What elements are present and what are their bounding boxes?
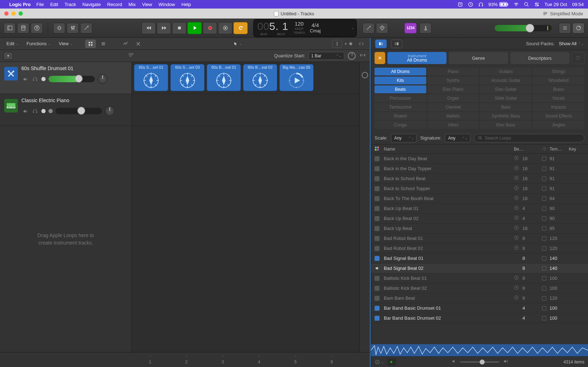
loop-favorite-checkbox[interactable] — [539, 306, 550, 310]
download-icon[interactable] — [514, 245, 522, 251]
signature-select[interactable]: Any⌃⌄ — [445, 134, 470, 142]
status-control-center-icon[interactable] — [534, 2, 540, 7]
status-search-icon[interactable] — [524, 2, 529, 7]
loop-row[interactable]: Bad Signal Beat 01 8 140 — [371, 253, 588, 263]
loop-favorite-checkbox[interactable] — [539, 266, 550, 271]
loop-favorite-checkbox[interactable] — [539, 286, 550, 290]
cell-3[interactable]: 80s B…eat 01 — [207, 64, 241, 91]
tag-strings[interactable]: Strings — [533, 68, 584, 75]
count-in-button[interactable]: 1234 — [404, 23, 417, 33]
cell-1[interactable]: 60s S…set 01 — [134, 64, 168, 91]
scene-clock-icon[interactable] — [362, 72, 368, 78]
status-headphones-icon[interactable] — [478, 2, 484, 7]
download-icon[interactable] — [514, 195, 522, 201]
mute-button-1[interactable] — [21, 76, 29, 82]
loop-favorite-checkbox[interactable] — [539, 256, 550, 261]
tag-shaker[interactable]: Shaker — [375, 112, 426, 120]
pointer-tool[interactable]: ⌄ — [230, 40, 245, 47]
status-date[interactable]: Tue 29 Oct — [545, 2, 567, 7]
track-pan-1[interactable] — [98, 74, 108, 84]
tuner-button[interactable] — [362, 23, 375, 33]
app-name[interactable]: Logic Pro — [9, 2, 31, 7]
tag-acoustic-guitar[interactable]: Acoustic Guitar — [480, 77, 532, 84]
stop-button[interactable] — [172, 22, 186, 34]
loop-row[interactable]: Back Up Beat 01 4 90 — [371, 204, 588, 214]
menu-help[interactable]: Help — [181, 2, 191, 7]
reset-filters-button[interactable] — [375, 52, 385, 64]
tag-guitars[interactable]: Guitars — [480, 68, 532, 75]
editors-button[interactable] — [80, 23, 92, 33]
status-clock-icon[interactable] — [468, 2, 473, 7]
scene-trigger-4[interactable]: ⌃4 — [241, 352, 277, 367]
master-volume[interactable] — [495, 25, 552, 31]
loop-view-button-1[interactable] — [375, 40, 387, 48]
loop-favorite-checkbox[interactable] — [539, 196, 550, 201]
loop-browser-button[interactable] — [572, 23, 584, 33]
metronome-button[interactable] — [419, 23, 432, 33]
preview-volume-slider[interactable] — [460, 361, 499, 363]
cell-5[interactable]: Big Ma…cas 05 — [279, 64, 314, 91]
tag-woodwind[interactable]: Woodwind — [533, 77, 584, 84]
window-minimize[interactable] — [11, 11, 16, 16]
list-view-button[interactable] — [98, 40, 109, 48]
track-pan-2[interactable] — [105, 106, 115, 116]
sound-packs-select[interactable]: Show All⌃⌄ — [559, 41, 584, 46]
quick-help-button[interactable]: ? — [31, 23, 43, 33]
live-loops-grid[interactable]: 60s S…set 0160s S…set 0380s B…eat 0180s … — [132, 62, 359, 352]
cycle-button[interactable] — [233, 22, 248, 34]
loop-favorite-checkbox[interactable] — [539, 157, 550, 161]
status-time[interactable]: 09:54 — [572, 2, 584, 7]
play-button[interactable] — [187, 22, 202, 34]
status-focus-icon[interactable] — [458, 2, 463, 7]
download-icon[interactable] — [514, 285, 522, 291]
view-dropdown[interactable]: View⌄ — [56, 40, 76, 47]
download-icon[interactable] — [514, 205, 522, 211]
filter-tab-descriptors[interactable]: Descriptors — [510, 52, 569, 64]
input-monitor-2[interactable] — [48, 109, 53, 113]
download-icon[interactable] — [514, 175, 522, 182]
loop-row[interactable]: Back in the Day Beat 16 91 — [371, 154, 588, 164]
quantize-select[interactable]: 1 Bar⌃⌄ — [309, 52, 344, 60]
tag-elec-piano[interactable]: Elec Piano — [427, 85, 479, 93]
track-filter-button[interactable]: R — [127, 52, 134, 59]
smart-controls-button[interactable] — [53, 23, 65, 33]
scene-trigger-2[interactable]: ⌃2 — [168, 352, 205, 367]
download-icon[interactable] — [514, 185, 522, 192]
simplified-mode-toggle[interactable]: Simplified Mode — [542, 11, 588, 16]
tag-clavinet[interactable]: Clavinet — [427, 103, 479, 111]
favorite-column-header[interactable]: ♡ — [539, 147, 550, 152]
download-icon[interactable] — [514, 235, 522, 241]
search-loops-input[interactable]: Search Loops — [474, 134, 584, 142]
tag-beats[interactable]: Beats — [375, 85, 426, 93]
tag-jingles[interactable]: Jingles — [533, 121, 584, 129]
download-icon[interactable] — [514, 225, 522, 231]
record-enable-2[interactable] — [41, 109, 46, 113]
tag-all-drums[interactable]: All Drums — [375, 68, 426, 75]
loop-row[interactable]: Back Up Beat 02 4 90 — [371, 214, 588, 224]
tag-organ[interactable]: Organ — [427, 94, 479, 102]
tag-synthetic-bass[interactable]: Synthetic Bass — [480, 112, 532, 120]
library-button[interactable] — [4, 23, 16, 33]
loop-favorite-checkbox[interactable] — [539, 316, 550, 320]
grid-view-button[interactable] — [85, 40, 96, 48]
tag-conga[interactable]: Conga — [375, 121, 426, 129]
loop-row[interactable]: Back to School Topper 16 91 — [371, 184, 588, 194]
scale-select[interactable]: Any⌃⌄ — [391, 134, 417, 142]
loop-action-menu[interactable]: ⌄ — [375, 359, 384, 365]
loop-favorite-checkbox[interactable] — [539, 276, 550, 281]
capture-record-button[interactable] — [218, 22, 232, 34]
download-icon[interactable] — [514, 295, 522, 301]
divider-button[interactable] — [356, 40, 366, 48]
record-enable-1[interactable] — [41, 77, 46, 81]
loop-row[interactable]: Bad Signal Beat 02 8 140 — [371, 263, 588, 273]
loop-favorite-checkbox[interactable] — [539, 226, 550, 231]
tag-sound-effects[interactable]: Sound Effects — [533, 112, 584, 120]
tag-tambourine[interactable]: Tambourine — [375, 103, 426, 111]
automation-button[interactable] — [120, 40, 131, 48]
loop-row[interactable]: Bar Band Basic Drumset 01 4 100 — [371, 303, 588, 313]
loop-row[interactable]: Ballistic Kick Beat 02 8 100 — [371, 283, 588, 293]
low-latency-button[interactable] — [376, 23, 388, 33]
solo-button-1[interactable] — [31, 76, 38, 82]
menu-track[interactable]: Track — [65, 2, 76, 7]
zoom-slider[interactable] — [344, 40, 354, 48]
